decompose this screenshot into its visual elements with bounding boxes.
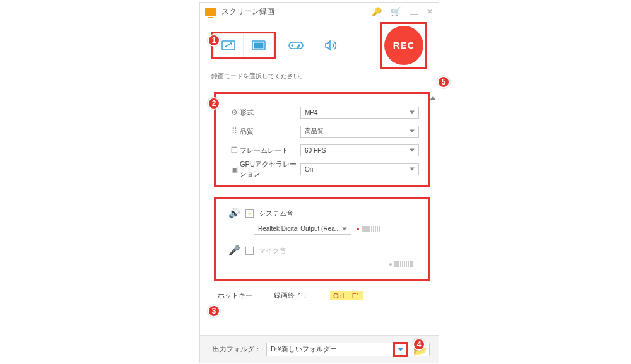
close-button[interactable]: ✕ bbox=[427, 8, 433, 16]
mic-checkbox[interactable] bbox=[245, 247, 254, 255]
format-label: 形式 bbox=[240, 108, 300, 117]
app-title: スクリーン録画 bbox=[221, 6, 372, 17]
key-icon[interactable]: 🔑 bbox=[372, 8, 382, 16]
mic-vu-line bbox=[228, 261, 419, 267]
video-settings-panel: ⚙ 形式 MP4 ⠿ 品質 高品質 ❐ フレームレート 60 FPS ▣ GPU… bbox=[214, 92, 430, 187]
framerate-dropdown[interactable]: 60 FPS bbox=[300, 144, 419, 156]
rec-button[interactable]: REC bbox=[384, 26, 423, 65]
rec-label: REC bbox=[393, 40, 415, 50]
scroll-up-indicator[interactable] bbox=[430, 96, 436, 100]
format-icon: ⚙ bbox=[228, 108, 240, 117]
quality-label: 品質 bbox=[240, 127, 300, 136]
quality-row: ⠿ 品質 高品質 bbox=[228, 122, 419, 141]
hotkey-row: ホットキー 録画終了： Ctrl + F1 bbox=[218, 291, 423, 300]
mic-label: マイク音 bbox=[259, 246, 286, 255]
framerate-label: フレームレート bbox=[240, 146, 300, 155]
system-sound-row: 🔊 ✓ システム音 bbox=[228, 208, 419, 219]
annotation-4: 4 bbox=[413, 338, 425, 351]
framerate-value: 60 FPS bbox=[305, 147, 326, 154]
gpu-row: ▣ GPUアクセラレーション On bbox=[228, 160, 419, 179]
svg-rect-0 bbox=[222, 41, 235, 50]
quality-dropdown[interactable]: 高品質 bbox=[300, 126, 419, 138]
mic-sound-row: 🎤 マイク音 bbox=[228, 245, 419, 256]
system-device-value: Realtek Digital Output (Rea... bbox=[258, 225, 340, 232]
quality-icon: ⠿ bbox=[228, 127, 240, 136]
output-folder-bar: 出力フォルダ： D:¥新しいフォルダー 📂 bbox=[200, 335, 439, 363]
framerate-icon: ❐ bbox=[228, 146, 240, 155]
system-vu-meter bbox=[357, 226, 380, 232]
hotkey-stop-label: 録画終了： bbox=[274, 291, 309, 300]
mic-icon: 🎤 bbox=[228, 245, 240, 256]
gpu-value: On bbox=[305, 166, 313, 173]
annotation-1: 1 bbox=[208, 34, 220, 47]
app-icon bbox=[205, 8, 216, 16]
region-fullscreen-group bbox=[211, 32, 276, 59]
framerate-row: ❐ フレームレート 60 FPS bbox=[228, 141, 419, 160]
cart-icon[interactable]: 🛒 bbox=[391, 8, 401, 16]
gpu-label: GPUアクセラレーション bbox=[240, 160, 300, 179]
speaker-icon: 🔊 bbox=[228, 208, 240, 219]
gpu-icon: ▣ bbox=[228, 165, 240, 173]
svg-rect-2 bbox=[254, 43, 263, 48]
system-sound-label: システム音 bbox=[259, 209, 293, 218]
audio-settings-panel: 🔊 ✓ システム音 Realtek Digital Output (Rea...… bbox=[214, 197, 430, 281]
annotation-3: 3 bbox=[208, 305, 220, 317]
hotkey-label: ホットキー bbox=[218, 291, 252, 300]
hotkey-stop-value: Ctrl + F1 bbox=[330, 291, 363, 300]
mic-vu-meter bbox=[389, 261, 413, 267]
titlebar-controls: 🔑 🛒 ― ✕ bbox=[372, 8, 433, 16]
format-dropdown[interactable]: MP4 bbox=[300, 107, 419, 119]
rec-button-highlight: REC bbox=[380, 22, 427, 69]
output-folder-path: D:¥新しいフォルダー bbox=[271, 344, 337, 354]
app-window: スクリーン録画 🔑 🛒 ― ✕ REC 録画モードを選 bbox=[199, 2, 439, 363]
annotation-5: 5 bbox=[437, 76, 450, 88]
chevron-down-icon bbox=[398, 348, 404, 351]
system-device-dropdown[interactable]: Realtek Digital Output (Rea... bbox=[254, 223, 351, 235]
audio-mode-button[interactable] bbox=[316, 33, 346, 57]
mode-hint: 録画モードを選択してください。 bbox=[200, 69, 439, 86]
mode-row: REC bbox=[200, 21, 439, 69]
titlebar: スクリーン録画 🔑 🛒 ― ✕ bbox=[200, 3, 439, 21]
minimize-button[interactable]: ― bbox=[410, 9, 418, 18]
quality-value: 高品質 bbox=[305, 127, 324, 136]
game-mode-button[interactable] bbox=[281, 33, 311, 57]
output-folder-dropdown[interactable] bbox=[393, 342, 408, 357]
format-row: ⚙ 形式 MP4 bbox=[228, 103, 419, 122]
format-value: MP4 bbox=[305, 109, 318, 116]
fullscreen-mode-button[interactable] bbox=[244, 33, 274, 57]
output-folder-label: 出力フォルダ： bbox=[213, 344, 261, 354]
system-sound-checkbox[interactable]: ✓ bbox=[245, 209, 254, 218]
gpu-dropdown[interactable]: On bbox=[300, 163, 419, 175]
annotation-2: 2 bbox=[208, 97, 220, 110]
system-device-line: Realtek Digital Output (Rea... bbox=[228, 223, 419, 235]
